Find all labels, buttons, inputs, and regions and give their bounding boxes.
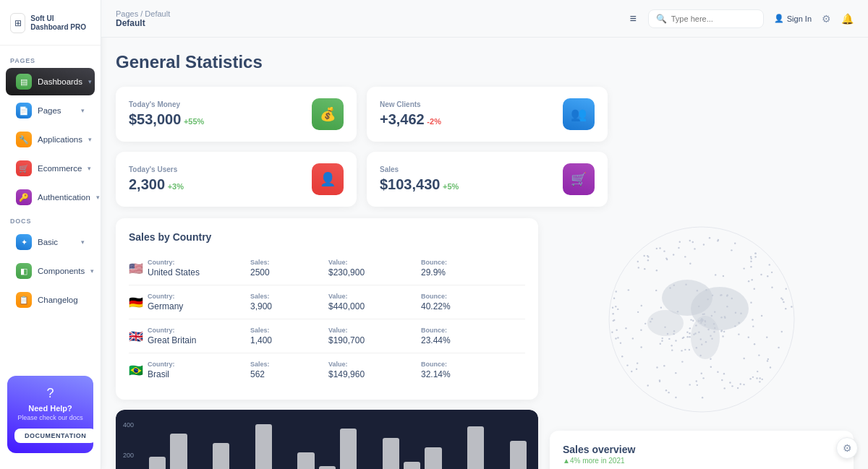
svg-point-32	[668, 338, 670, 340]
stat-icon-todays-money: 💰	[312, 98, 344, 130]
svg-point-40	[637, 311, 639, 313]
topbar: Pages / Default Default ≡ 🔍 👤 Sign In ⚙ …	[101, 0, 868, 38]
sales-by-country-title: Sales by Country	[129, 231, 525, 243]
ecommerce-arrow: ▾	[88, 165, 91, 172]
svg-point-73	[731, 249, 732, 251]
svg-point-101	[738, 333, 739, 335]
sales-overview-subtitle: ▲4% more in 2021	[563, 457, 841, 465]
page-title: General Statistics	[116, 52, 854, 72]
svg-point-190	[686, 331, 688, 332]
floating-settings-button[interactable]: ⚙	[836, 437, 858, 459]
svg-point-102	[766, 337, 767, 338]
search-input[interactable]	[671, 14, 756, 23]
svg-point-17	[697, 384, 698, 386]
svg-point-214	[647, 310, 684, 336]
sidebar-item-authentication[interactable]: 🔑 Authentication ▾	[6, 184, 95, 211]
svg-point-78	[661, 340, 663, 341]
pages-arrow: ▾	[81, 107, 85, 114]
notifications-icon[interactable]: 🔔	[841, 13, 854, 25]
sidebar-item-pages[interactable]: 📄 Pages ▾	[6, 97, 95, 124]
signin-button[interactable]: 👤 Sign In	[774, 14, 812, 23]
svg-point-43	[786, 288, 787, 289]
help-subtitle: Please check our docs	[14, 414, 86, 421]
svg-point-62	[702, 397, 703, 398]
svg-point-36	[752, 325, 754, 327]
svg-point-9	[781, 331, 783, 332]
svg-point-182	[723, 373, 725, 374]
svg-point-105	[761, 315, 762, 317]
stat-value-todays-money: $53,000	[129, 111, 181, 127]
svg-point-175	[678, 247, 679, 249]
svg-point-148	[752, 377, 754, 378]
hamburger-button[interactable]: ≡	[626, 9, 639, 28]
svg-point-19	[692, 241, 694, 243]
country-name-de: 🇩🇪 Country: Germany	[129, 293, 244, 311]
bar-item	[510, 441, 527, 469]
svg-point-134	[675, 397, 676, 398]
svg-point-129	[613, 320, 614, 322]
search-box[interactable]: 🔍	[648, 9, 764, 28]
svg-point-169	[660, 306, 662, 308]
basic-icon: ✦	[16, 234, 32, 250]
logo-icon: ⊞	[10, 13, 25, 33]
stat-card-todays-money: Today's Money $53,000 +55% 💰	[116, 87, 357, 142]
svg-point-87	[759, 381, 760, 382]
right-column: Sales overview ▲4% more in 2021 500 400 …	[550, 218, 854, 469]
stat-change-todays-money: +55%	[184, 117, 204, 126]
stat-value-sales: $103,430	[380, 176, 440, 192]
svg-point-67	[640, 330, 642, 331]
topbar-right: 🔍 👤 Sign In ⚙ 🔔	[648, 9, 854, 28]
svg-point-8	[710, 366, 712, 368]
svg-point-162	[637, 261, 639, 262]
svg-point-76	[656, 366, 658, 368]
bar-item	[404, 462, 420, 469]
breadcrumb: Pages / Default Default	[116, 9, 618, 28]
stat-icon-sales: 🛒	[563, 163, 595, 195]
sales-overview-title: Sales overview	[563, 444, 841, 455]
docs-section-label: DOCS	[0, 212, 101, 228]
svg-point-208	[625, 327, 626, 329]
svg-point-122	[643, 255, 644, 257]
bar-item	[149, 457, 166, 469]
svg-point-66	[752, 319, 753, 320]
svg-point-20	[675, 372, 676, 374]
settings-icon[interactable]: ⚙	[822, 13, 831, 25]
svg-point-48	[613, 298, 615, 299]
help-icon: ?	[14, 386, 86, 401]
sidebar-item-applications[interactable]: 🔧 Applications ▾	[6, 126, 95, 153]
bar-item	[467, 426, 484, 469]
sidebar-item-basic[interactable]: ✦ Basic ▾	[6, 228, 95, 256]
content-area: General Statistics Today's Money $53,000…	[101, 38, 868, 469]
sidebar-item-components[interactable]: ◧ Components ▾	[6, 257, 95, 285]
svg-point-121	[665, 257, 667, 259]
svg-point-83	[758, 354, 760, 356]
stat-card-sales: Sales $103,430 +5% 🛒	[367, 152, 608, 207]
svg-point-206	[615, 306, 616, 307]
documentation-button[interactable]: DOCUMENTATION	[14, 429, 96, 443]
sidebar-item-pages-label: Pages	[38, 106, 75, 115]
country-row-br: 🇧🇷 Country: Brasil Sales: 562	[129, 353, 525, 387]
svg-point-120	[673, 254, 674, 255]
country-table: 🇺🇸 Country: United States Sales: 2500	[129, 251, 525, 387]
sidebar-item-dashboards[interactable]: ▤ Dashboards ▾	[6, 68, 95, 95]
stats-row: Today's Money $53,000 +55% 💰 New Clients…	[116, 87, 608, 207]
sidebar-item-changelog[interactable]: 📋 Changelog	[6, 286, 95, 314]
sidebar: ⊞ Soft UI Dashboard PRO PAGES ▤ Dashboar…	[0, 0, 101, 469]
svg-point-37	[731, 385, 733, 387]
stat-icon-new-clients: 👥	[563, 98, 595, 130]
sidebar-item-components-label: Components	[38, 267, 85, 275]
bar-chart-y-labels: 400 200 0	[123, 421, 134, 469]
country-value-de: Germany	[148, 301, 183, 311]
sidebar-item-ecommerce[interactable]: 🛒 Ecommerce ▾	[6, 155, 95, 182]
svg-point-157	[612, 313, 613, 314]
svg-point-156	[647, 256, 649, 257]
svg-point-187	[637, 362, 638, 363]
stat-card-todays-users: Today's Users 2,300 +3% 👤	[116, 152, 357, 207]
svg-point-96	[743, 384, 744, 385]
svg-point-128	[640, 346, 642, 348]
svg-point-71	[628, 289, 629, 291]
svg-point-31	[681, 350, 682, 351]
svg-point-196	[662, 337, 663, 339]
globe-svg	[593, 218, 810, 421]
svg-point-60	[791, 306, 792, 307]
